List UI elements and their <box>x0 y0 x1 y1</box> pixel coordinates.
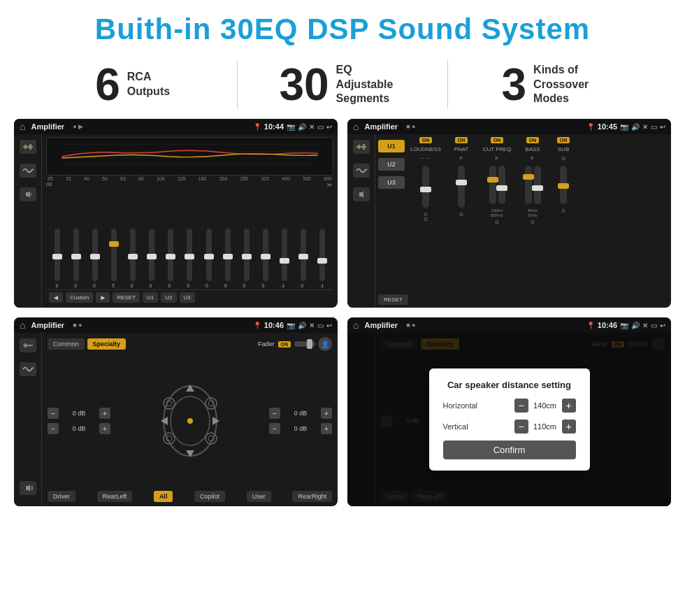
vol-plus-4[interactable]: + <box>321 423 332 434</box>
eq-sidebar-wave-icon[interactable] <box>20 164 36 178</box>
eq-slider-9[interactable] <box>225 229 231 281</box>
crossover-reset-button[interactable]: RESET <box>378 294 408 305</box>
specialty-home-icon[interactable]: ⌂ <box>20 320 25 331</box>
horizontal-value: 140cm <box>531 401 559 410</box>
eq-slider-8[interactable] <box>206 229 212 281</box>
eq-slider-7[interactable] <box>187 229 192 281</box>
profile-icon[interactable]: 👤 <box>318 337 332 351</box>
eq-sidebar-speaker-icon[interactable] <box>20 187 36 201</box>
bass-slider-2[interactable] <box>534 166 541 204</box>
eq-custom-button[interactable]: Custom <box>66 292 94 303</box>
phat-control: ON PHAT F G <box>447 137 476 305</box>
eq-slider-14[interactable] <box>319 229 325 281</box>
specialty-tab[interactable]: Specialty <box>87 338 127 350</box>
crossover-back-icon[interactable]: ↩ <box>660 123 665 131</box>
eq-slider-13[interactable] <box>301 229 306 281</box>
vol-minus-3[interactable]: − <box>269 408 280 419</box>
specialty-speaker-icon[interactable] <box>20 481 36 495</box>
screenshots-grid: ⌂ Amplifier ● ▶ 📍 10:44 📷 🔊 ✕ ▭ ↩ <box>0 119 685 516</box>
phat-on-badge: ON <box>455 137 468 143</box>
eq-bottom-bar: ◄ Custom ► RESET U1 U2 U3 <box>46 289 333 305</box>
eq-slider-4[interactable] <box>130 229 136 281</box>
cutfreq-slider-1[interactable] <box>489 166 496 204</box>
eq-slider-6[interactable] <box>168 229 173 281</box>
user-button[interactable]: User <box>247 491 271 502</box>
crossover-u3-button[interactable]: U3 <box>378 176 405 189</box>
svg-rect-1 <box>24 145 27 149</box>
eq-sidebar <box>14 134 42 308</box>
horizontal-minus-button[interactable]: − <box>514 399 528 413</box>
specialty-location-icon: 📍 <box>253 322 261 329</box>
vol-minus-2[interactable]: − <box>48 423 59 434</box>
copilot-button[interactable]: Copilot <box>194 491 225 502</box>
crossover-minus-icon: ▭ <box>651 123 657 131</box>
sub-on-badge: ON <box>557 137 570 143</box>
crossover-u1-button[interactable]: U1 <box>378 140 405 152</box>
eq-slider-5[interactable] <box>149 229 154 281</box>
eq-prev-button[interactable]: ◄ <box>49 292 63 303</box>
eq-next-button[interactable]: ► <box>96 292 110 303</box>
loudness-on-badge: ON <box>419 137 433 143</box>
eq-sidebar-eq-icon[interactable] <box>20 140 36 154</box>
distance-dialog: Car speaker distance setting Horizontal … <box>429 368 590 471</box>
all-button[interactable]: All <box>154 491 173 502</box>
confirm-button[interactable]: Confirm <box>443 440 576 459</box>
eq-slider-1[interactable] <box>73 229 79 281</box>
eq-u1-button[interactable]: U1 <box>143 292 158 303</box>
eq-slider-2[interactable] <box>92 229 98 281</box>
phat-slider[interactable] <box>458 166 465 208</box>
dialog-close-icon: ✕ <box>642 322 648 329</box>
eq-slider-0[interactable] <box>55 229 60 281</box>
eq-slider-11[interactable] <box>263 229 268 281</box>
vertical-plus-button[interactable]: + <box>562 420 576 434</box>
specialty-sidebar <box>14 333 42 506</box>
dialog-home-icon[interactable]: ⌂ <box>353 320 359 331</box>
eq-slider-3[interactable] <box>111 229 117 281</box>
cutfreq-slider-2[interactable] <box>498 166 505 204</box>
sub-slider[interactable] <box>560 166 567 204</box>
stat-crossover-number: 3 <box>502 62 527 107</box>
eq-home-icon[interactable]: ⌂ <box>20 121 25 132</box>
preset-column: U1 U2 U3 RESET <box>378 137 405 305</box>
svg-rect-9 <box>358 145 360 149</box>
page-title: Buith-in 30EQ DSP Sound System <box>14 13 671 46</box>
specialty-wave-icon[interactable] <box>20 362 36 376</box>
fader-slider-track[interactable] <box>294 341 315 347</box>
crossover-home-icon[interactable]: ⌂ <box>353 121 359 132</box>
vol-plus-3[interactable]: + <box>321 408 332 419</box>
eq-u3-button[interactable]: U3 <box>180 292 195 303</box>
eq-freq-labels: 253240506380100125160200250320400500630 <box>46 176 333 182</box>
loudness-slider[interactable] <box>422 166 429 208</box>
vol-minus-1[interactable]: − <box>48 408 59 419</box>
driver-button[interactable]: Driver <box>48 491 75 502</box>
eq-back-icon[interactable]: ↩ <box>326 123 332 131</box>
vol-plus-2[interactable]: + <box>99 423 110 434</box>
car-diagram-area <box>115 379 265 463</box>
eq-graph <box>46 137 333 176</box>
bass-slider-1[interactable] <box>525 166 532 204</box>
stat-crossover: 3 Kinds ofCrossover Modes <box>462 62 643 107</box>
bass-label: BASS <box>525 146 540 152</box>
vol-plus-1[interactable]: + <box>99 408 110 419</box>
eq-reset-button[interactable]: RESET <box>113 292 140 303</box>
fader-label: Fader <box>258 341 275 348</box>
horizontal-plus-button[interactable]: + <box>562 399 576 413</box>
specialty-eq-icon[interactable] <box>20 338 36 352</box>
eq-u2-button[interactable]: U2 <box>161 292 176 303</box>
crossover-eq-icon[interactable] <box>353 140 370 154</box>
crossover-u2-button[interactable]: U2 <box>378 158 405 171</box>
sub-label: SUB <box>558 146 569 152</box>
crossover-wave-icon[interactable] <box>353 164 370 178</box>
eq-content: 253240506380100125160200250320400500630 … <box>42 134 338 308</box>
crossover-speaker-icon[interactable] <box>353 187 370 201</box>
rearright-button[interactable]: RearRight <box>292 491 332 502</box>
vol-minus-4[interactable]: − <box>269 423 280 434</box>
rearleft-button[interactable]: RearLeft <box>97 491 133 502</box>
specialty-back-icon[interactable]: ↩ <box>326 322 332 329</box>
vertical-minus-button[interactable]: − <box>514 420 528 434</box>
eq-slider-10[interactable] <box>244 229 250 281</box>
dialog-heading: Car speaker distance setting <box>443 380 576 390</box>
dialog-back-icon[interactable]: ↩ <box>660 322 665 329</box>
common-tab[interactable]: Common <box>48 338 85 350</box>
eq-slider-12[interactable] <box>282 229 287 281</box>
